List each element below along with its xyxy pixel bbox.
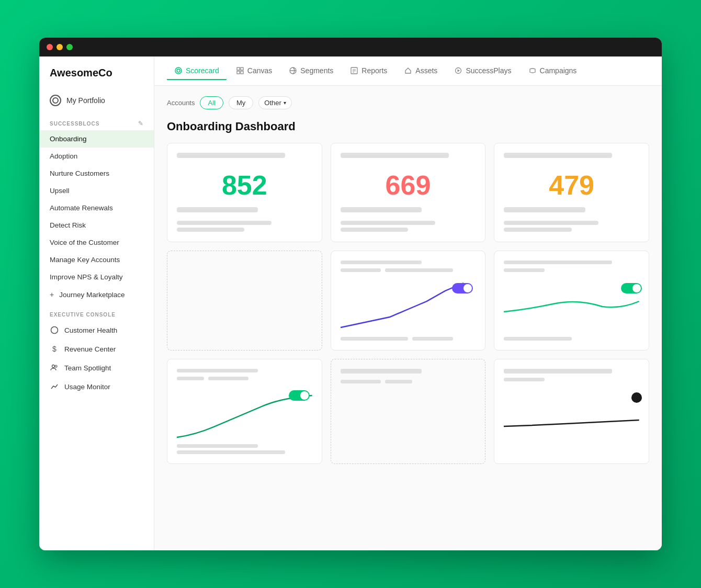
tab-canvas[interactable]: Canvas [229,62,279,80]
chevron-down-icon: ▾ [284,100,286,106]
sidebar-item-risk[interactable]: Detect Risk [39,217,154,234]
cards-grid-row3 [167,359,649,464]
app-window: AwesomeCo My Portfolio SUCCESSBLOCS ✎ On… [39,38,662,550]
tab-scorecard[interactable]: Scorecard [167,62,227,80]
card-sub-info [177,221,312,232]
edit-icon[interactable]: ✎ [138,120,143,127]
toggle-dot-g [632,284,641,292]
filter-my[interactable]: My [229,96,253,109]
my-portfolio-label: My Portfolio [66,96,105,105]
chart-label-2 [385,268,453,272]
card-placeholder-header [177,153,285,158]
card-placeholder-sub [341,207,422,212]
successblocs-label: SUCCESSBLOCS [50,121,99,127]
chart-header-lines-r [504,261,639,264]
black-l1 [504,378,545,381]
scorecard-icon [174,66,183,75]
sidebar-item-voc[interactable]: Voice of the Customer [39,234,154,251]
chart-b-header [177,369,312,372]
black-h1 [504,369,612,374]
chart-card-purple [331,251,486,350]
maximize-button[interactable] [66,44,73,50]
accounts-filter-label: Accounts [167,99,195,107]
tab-assets-label: Assets [415,66,437,75]
sidebar-item-key-accounts[interactable]: Manage Key Accounts [39,251,154,268]
sidebar-item-onboarding[interactable]: Onboarding [39,130,154,148]
tab-reports-label: Reports [361,66,387,75]
titlebar [39,38,662,56]
tab-campaigns[interactable]: Campaigns [521,62,584,80]
chart-header-line-1 [341,261,422,264]
journey-marketplace-item[interactable]: + Journey Marketplace [39,286,154,303]
tab-assets[interactable]: Assets [397,62,445,80]
tab-scorecard-label: Scorecard [186,66,219,75]
card-placeholder-sub [177,207,258,212]
sidebar-item-revenue[interactable]: $ Revenue Center [39,340,154,358]
chart-r-label [504,268,545,272]
tab-segments[interactable]: Segments [281,62,341,80]
sidebar-item-nps[interactable]: Improve NPS & Loyalty [39,268,154,286]
metric-number-479: 479 [504,169,639,201]
sub-line-1 [504,221,598,225]
chart-area-green-r [504,280,639,341]
sidebar-item-usage[interactable]: Usage Monitor [39,377,154,396]
toggle-purple[interactable] [452,283,473,293]
dashboard-title: Onboarding Dashboard [167,120,649,133]
svg-rect-6 [241,67,243,70]
toggle-green2[interactable] [289,390,310,401]
sidebar-item-adoption[interactable]: Adoption [39,148,154,165]
sub-line-2 [504,228,571,232]
svg-point-4 [177,69,180,72]
chart-icon [50,382,59,391]
chart-area-purple [341,280,476,341]
sidebar-item-nurture[interactable]: Nurture Customers [39,165,154,182]
journey-marketplace-label: Journey Marketplace [59,291,125,299]
card-placeholder-header [341,153,449,158]
cards-grid-row1: 852 669 [167,143,649,242]
team-icon [50,363,59,372]
tab-successplays[interactable]: SuccessPlays [447,62,518,80]
my-portfolio-item[interactable]: My Portfolio [39,89,154,111]
tab-reports[interactable]: Reports [343,62,394,80]
filter-all[interactable]: All [200,96,223,109]
toggle-dark[interactable] [631,392,642,403]
close-button[interactable] [47,44,53,50]
sidebar-item-team[interactable]: Team Spotlight [39,358,154,377]
card-placeholder-header [504,153,612,158]
plays-icon [454,66,462,75]
chart-card-green-curve [167,359,322,464]
chart-card-green-right [494,251,649,350]
chart-area-green-curve [177,388,312,442]
sidebar-item-customer-health[interactable]: Customer Health [39,321,154,340]
minimize-button[interactable] [56,44,63,50]
cards-grid-row2 [167,251,649,350]
tab-canvas-label: Canvas [247,66,272,75]
successblocs-section-header: SUCCESSBLOCS ✎ [39,111,154,130]
sub-line-1 [341,221,435,225]
team-spotlight-label: Team Spotlight [64,364,111,372]
executive-console-label: EXECUTIVE CONSOLE [50,312,116,318]
revenue-center-label: Revenue Center [64,345,116,353]
toggle-green[interactable] [621,283,642,293]
customer-health-label: Customer Health [64,326,117,334]
sub-line-1 [177,221,272,225]
chart-b-bottom1 [177,444,258,448]
chart-header-lines [341,261,476,264]
sidebar-item-upsell[interactable]: Upsell [39,182,154,199]
window-controls [47,44,73,50]
chart-b-h1 [177,369,258,372]
dashed-h1 [341,369,422,374]
chart-card-dashed-bottom [331,359,486,464]
sidebar: AwesomeCo My Portfolio SUCCESSBLOCS ✎ On… [39,56,154,550]
sidebar-item-renewals[interactable]: Automate Renewals [39,199,154,217]
campaigns-icon [528,66,537,75]
card-sub-info [504,221,639,232]
filter-other-dropdown[interactable]: Other ▾ [258,96,292,109]
app-logo: AwesomeCo [39,67,154,89]
dashed-l1 [341,380,381,383]
app-body: AwesomeCo My Portfolio SUCCESSBLOCS ✎ On… [39,56,662,550]
reports-icon [350,66,358,75]
card-placeholder-sub [504,207,585,212]
card-metric-852: 852 [167,143,322,242]
chart-card-black [494,359,649,464]
